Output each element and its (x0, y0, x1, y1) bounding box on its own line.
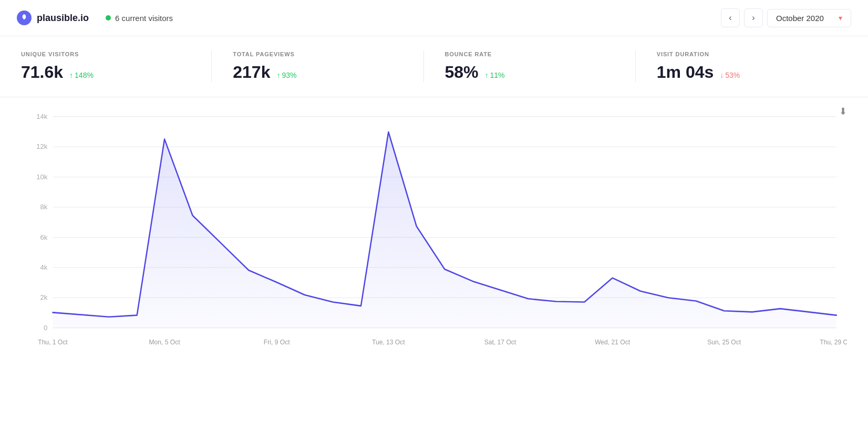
next-period-button[interactable]: › (744, 8, 763, 27)
stat-visit-duration-value: 1m 04s (657, 63, 714, 82)
header-right: ‹ › October 2020 ▾ (721, 8, 851, 27)
svg-text:Fri, 9 Oct: Fri, 9 Oct (264, 339, 290, 346)
arrow-up-icon-3 (485, 71, 489, 79)
online-indicator (106, 15, 111, 21)
stat-unique-visitors-label: UNIQUE VISITORS (21, 51, 190, 57)
svg-text:Sun, 25 Oct: Sun, 25 Oct (707, 339, 741, 346)
svg-text:14k: 14k (36, 113, 47, 120)
svg-text:Thu, 1 Oct: Thu, 1 Oct (38, 339, 68, 346)
visitors-count: 6 current visitors (115, 14, 173, 23)
stat-visit-duration-label: VISIT DURATION (657, 51, 826, 57)
svg-text:8k: 8k (40, 203, 48, 211)
svg-text:Thu, 29 Oct: Thu, 29 Oct (820, 339, 847, 346)
stat-visit-duration: VISIT DURATION 1m 04s 53% (657, 51, 847, 82)
stat-unique-visitors: UNIQUE VISITORS 71.6k 148% (21, 51, 212, 82)
stat-bounce-rate: BOUNCE RATE 58% 11% (445, 51, 636, 82)
stat-total-pageviews-value: 217k (233, 63, 270, 82)
logo-icon (17, 11, 32, 25)
stat-unique-visitors-value: 71.6k (21, 63, 63, 82)
svg-text:Sat, 17 Oct: Sat, 17 Oct (484, 339, 516, 346)
logo-text: plausible.io (37, 13, 89, 24)
svg-text:4k: 4k (40, 263, 48, 271)
svg-text:Wed, 21 Oct: Wed, 21 Oct (595, 339, 630, 346)
arrow-up-icon (69, 71, 73, 79)
svg-text:Tue, 13 Oct: Tue, 13 Oct (372, 339, 405, 346)
logo-area: plausible.io (17, 11, 89, 25)
stat-total-pageviews-label: TOTAL PAGEVIEWS (233, 51, 402, 57)
prev-period-button[interactable]: ‹ (721, 8, 740, 27)
arrow-up-icon-2 (276, 71, 280, 79)
svg-text:12k: 12k (36, 142, 47, 150)
chart-area: ⬇ 14k (0, 97, 868, 379)
svg-text:0: 0 (44, 324, 47, 332)
chevron-down-icon: ▾ (839, 14, 842, 22)
line-chart: 14k 12k 10k 8k 6k 4k 2k 0 Thu, 1 Oct Mon… (21, 106, 847, 358)
plausible-icon (20, 14, 28, 22)
app-container: plausible.io 6 current visitors ‹ › Octo… (0, 0, 868, 429)
stat-visit-duration-change: 53% (720, 71, 740, 79)
chart-wrapper: 14k 12k 10k 8k 6k 4k 2k 0 Thu, 1 Oct Mon… (21, 106, 847, 358)
date-selector[interactable]: October 2020 ▾ (767, 9, 851, 27)
svg-text:Mon, 5 Oct: Mon, 5 Oct (149, 339, 181, 346)
stat-bounce-rate-label: BOUNCE RATE (445, 51, 614, 57)
stat-bounce-rate-change: 11% (485, 71, 505, 79)
stat-total-pageviews-change: 93% (276, 71, 296, 79)
stat-bounce-rate-value: 58% (445, 63, 479, 82)
stat-unique-visitors-change: 148% (69, 71, 94, 79)
arrow-down-icon (720, 71, 724, 79)
selected-date: October 2020 (776, 14, 824, 23)
stat-total-pageviews: TOTAL PAGEVIEWS 217k 93% (233, 51, 423, 82)
svg-text:10k: 10k (36, 173, 47, 181)
chart-fill (53, 132, 836, 328)
svg-text:6k: 6k (40, 233, 48, 241)
stats-row: UNIQUE VISITORS 71.6k 148% TOTAL PAGEVIE… (0, 36, 868, 97)
header: plausible.io 6 current visitors ‹ › Octo… (0, 0, 868, 36)
visitors-badge: 6 current visitors (106, 14, 173, 23)
svg-text:2k: 2k (40, 293, 48, 301)
